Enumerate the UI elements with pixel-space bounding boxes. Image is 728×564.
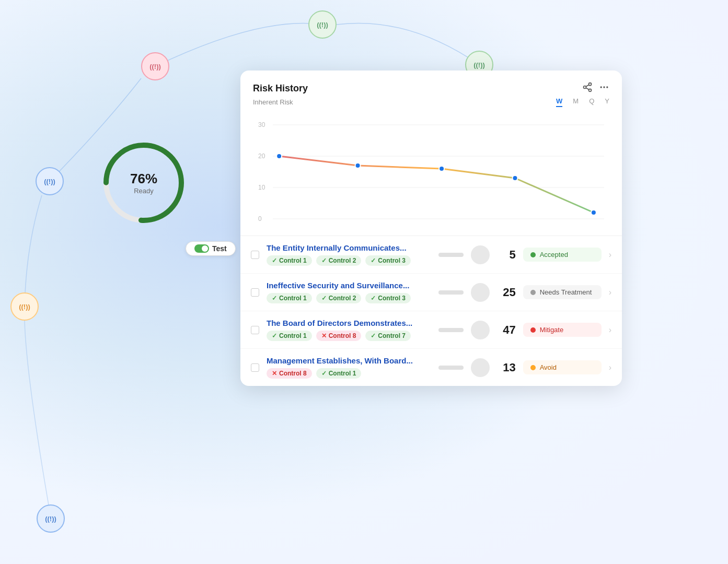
svg-point-18: [276, 154, 282, 159]
risk-avatar-4: [471, 358, 490, 377]
row-checkbox-2[interactable]: [251, 288, 259, 297]
svg-point-7: [600, 86, 602, 88]
risk-controls-3: ✓ Control 1 ✕ Control 8 ✓ Control 7: [267, 331, 431, 341]
risk-title-4: Management Establishes, With Board...: [267, 356, 431, 365]
gauge-text: 76% Ready: [130, 171, 157, 195]
risk-mini-bar-3: [438, 328, 464, 332]
node-pink[interactable]: ((!)): [141, 52, 169, 80]
table-row: Management Establishes, With Board... ✕ …: [240, 349, 622, 386]
svg-point-22: [591, 210, 596, 215]
status-dot-1: [530, 252, 536, 257]
risk-controls-1: ✓ Control 1 ✓ Control 2 ✓ Control 3: [267, 255, 431, 266]
control-badge: ✓ Control 7: [365, 331, 411, 341]
status-label-3: Mitigate: [540, 326, 564, 334]
svg-line-5: [586, 88, 589, 89]
svg-text:20: 20: [258, 152, 265, 160]
node-blue-left-symbol: ((!)): [44, 178, 55, 185]
risk-bar-area-1: [438, 253, 464, 257]
node-green-top[interactable]: ((!)): [308, 10, 337, 39]
test-label: Test: [212, 244, 227, 253]
svg-text:0: 0: [258, 215, 262, 222]
risk-bar-area-4: [438, 366, 464, 370]
chevron-icon-4[interactable]: ›: [609, 363, 611, 372]
control-badge: ✓ Control 3: [365, 293, 411, 303]
chart-area: 30 20 10 0: [253, 112, 609, 227]
chart-subtitle: Inherent Risk: [253, 98, 293, 106]
node-orange[interactable]: ((!)): [10, 292, 39, 321]
tab-week[interactable]: W: [556, 97, 562, 107]
risk-mini-bar-1: [438, 253, 464, 257]
risk-avatar-2: [471, 283, 490, 302]
svg-text:10: 10: [258, 184, 265, 191]
svg-point-20: [439, 166, 444, 171]
chart-title: Risk History: [253, 83, 308, 94]
table-row: The Entity Internally Communicates... ✓ …: [240, 236, 622, 274]
control-badge: ✓ Control 1: [267, 255, 312, 266]
risk-score-1: 5: [497, 248, 516, 262]
risk-score-3: 47: [497, 323, 516, 337]
svg-text:30: 30: [258, 121, 265, 128]
status-dot-3: [530, 327, 536, 333]
control-badge: ✓ Control 1: [267, 331, 312, 341]
tab-month[interactable]: M: [573, 97, 579, 107]
control-badge: ✓ Control 2: [316, 255, 362, 266]
main-card: Risk History Inherent Risk: [240, 70, 622, 386]
risk-score-2: 25: [497, 286, 516, 299]
status-badge-4: Avoid: [523, 360, 602, 374]
svg-line-6: [586, 85, 589, 86]
svg-point-2: [589, 83, 592, 86]
node-blue-bottom-symbol: ((!)): [45, 515, 56, 523]
risk-info-2: Ineffective Security and Surveillance...…: [267, 281, 431, 303]
tab-quarter[interactable]: Q: [589, 97, 594, 107]
risk-info-1: The Entity Internally Communicates... ✓ …: [267, 243, 431, 266]
chevron-icon-2[interactable]: ›: [609, 288, 611, 297]
control-badge-fail: ✕ Control 8: [267, 368, 312, 379]
chevron-icon-1[interactable]: ›: [609, 250, 611, 260]
gauge-label: Ready: [130, 187, 157, 195]
risk-title-3: The Board of Directors Demonstrates...: [267, 319, 431, 327]
status-label-4: Avoid: [540, 363, 557, 371]
node-blue-left[interactable]: ((!)): [36, 167, 64, 195]
status-dot-2: [530, 290, 536, 295]
svg-point-9: [606, 86, 608, 88]
tab-year[interactable]: Y: [605, 97, 609, 107]
chart-section: Risk History Inherent Risk: [240, 70, 622, 236]
row-checkbox-1[interactable]: [251, 251, 259, 259]
control-badge-fail: ✕ Control 8: [316, 331, 362, 341]
test-badge[interactable]: Test: [186, 241, 236, 256]
chevron-icon-3[interactable]: ›: [609, 325, 611, 335]
svg-point-3: [584, 86, 586, 89]
risk-controls-2: ✓ Control 1 ✓ Control 2 ✓ Control 3: [267, 293, 431, 303]
svg-point-4: [589, 89, 592, 91]
risk-bar-area-2: [438, 290, 464, 295]
risk-avatar-1: [471, 245, 490, 264]
test-toggle[interactable]: [194, 244, 209, 253]
status-dot-4: [530, 365, 536, 370]
risk-list: The Entity Internally Communicates... ✓ …: [240, 236, 622, 386]
gauge-container: 76% Ready: [97, 136, 191, 230]
row-checkbox-3[interactable]: [251, 326, 259, 334]
status-badge-1: Accepted: [523, 248, 602, 262]
control-badge: ✓ Control 1: [267, 293, 312, 303]
row-checkbox-4[interactable]: [251, 363, 259, 372]
risk-avatar-3: [471, 321, 490, 339]
risk-controls-4: ✕ Control 8 ✓ Control 1: [267, 368, 431, 379]
chart-actions: [582, 82, 609, 95]
status-badge-2: Needs Treatment: [523, 285, 602, 299]
gauge-percent: 76%: [130, 171, 157, 187]
svg-point-8: [603, 86, 605, 88]
node-pink-symbol: ((!)): [149, 63, 161, 70]
node-blue-bottom[interactable]: ((!)): [37, 504, 65, 533]
risk-mini-bar-2: [438, 290, 464, 295]
risk-score-4: 13: [497, 361, 516, 374]
risk-info-3: The Board of Directors Demonstrates... ✓…: [267, 319, 431, 341]
status-badge-3: Mitigate: [523, 323, 602, 337]
share-icon[interactable]: [582, 82, 593, 95]
status-label-2: Needs Treatment: [540, 288, 592, 296]
risk-title-2: Ineffective Security and Surveillance...: [267, 281, 431, 290]
svg-point-21: [512, 175, 517, 181]
control-badge: ✓ Control 1: [316, 368, 362, 379]
control-badge: ✓ Control 3: [365, 255, 411, 266]
more-menu-icon[interactable]: [599, 82, 609, 95]
risk-title-1: The Entity Internally Communicates...: [267, 243, 431, 252]
